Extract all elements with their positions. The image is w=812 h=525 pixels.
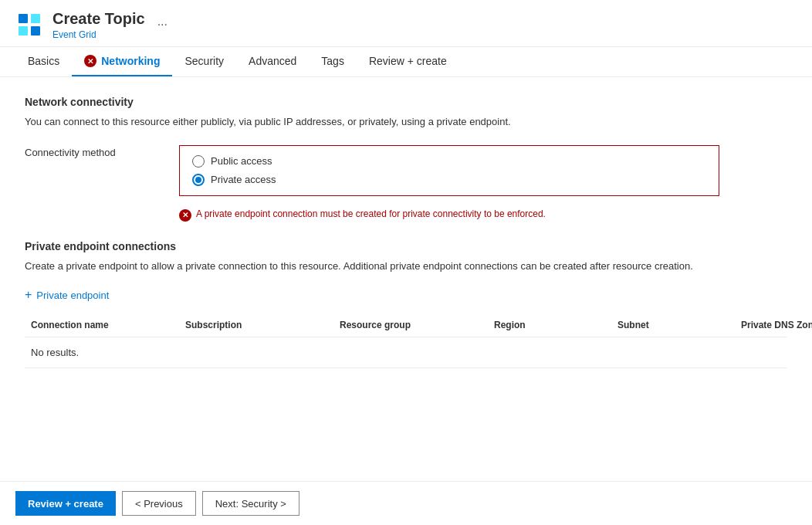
svg-rect-0 (19, 14, 28, 23)
tab-security-label: Security (184, 55, 224, 67)
svg-rect-2 (19, 26, 28, 36)
more-options-button[interactable]: ··· (157, 18, 167, 32)
tab-tags-label: Tags (321, 55, 344, 67)
add-private-endpoint-button[interactable]: + Private endpoint (25, 289, 109, 301)
add-endpoint-label: Private endpoint (36, 290, 109, 301)
tab-basics[interactable]: Basics (15, 47, 72, 76)
header-text: Create Topic Event Grid (52, 9, 145, 40)
plus-icon: + (25, 289, 32, 301)
event-grid-icon (15, 11, 43, 39)
page-header: Create Topic Event Grid ··· (0, 0, 812, 47)
col-region: Region (488, 320, 611, 330)
connectivity-error-message: ✕ A private endpoint connection must be … (179, 208, 787, 222)
private-endpoint-description: Create a private endpoint to allow a pri… (25, 259, 787, 274)
footer: Review + create < Previous Next: Securit… (0, 481, 812, 525)
network-connectivity-section: Network connectivity You can connect to … (25, 96, 787, 222)
tab-tags[interactable]: Tags (309, 47, 357, 76)
tabs-bar: Basics ✕ Networking Security Advanced Ta… (0, 47, 812, 77)
table-body: No results. (25, 337, 787, 368)
networking-error-icon: ✕ (84, 55, 96, 67)
previous-button[interactable]: < Previous (122, 491, 196, 516)
tab-security[interactable]: Security (172, 47, 236, 76)
private-access-option[interactable]: Private access (192, 174, 706, 186)
col-subnet: Subnet (611, 320, 735, 330)
public-access-label: Public access (211, 155, 272, 167)
tab-review-create-label: Review + create (369, 55, 447, 67)
col-connection-name: Connection name (25, 320, 179, 330)
private-endpoint-title: Private endpoint connections (25, 240, 787, 252)
connectivity-method-label: Connectivity method (25, 145, 148, 158)
table-empty-message: No results. (25, 337, 787, 368)
public-access-radio[interactable] (192, 155, 205, 168)
tab-networking[interactable]: ✕ Networking (72, 47, 172, 76)
network-connectivity-title: Network connectivity (25, 96, 787, 108)
connectivity-row: Connectivity method Public access Privat… (25, 145, 787, 196)
table-header: Connection name Subscription Resource gr… (25, 313, 787, 337)
review-create-button[interactable]: Review + create (15, 491, 116, 516)
connectivity-error-text: A private endpoint connection must be cr… (196, 208, 546, 219)
connectivity-options-box: Public access Private access (179, 145, 719, 196)
tab-review-create[interactable]: Review + create (357, 47, 459, 76)
tab-advanced[interactable]: Advanced (236, 47, 309, 76)
private-access-radio[interactable] (192, 174, 205, 186)
tab-advanced-label: Advanced (249, 55, 296, 67)
private-endpoint-section: Private endpoint connections Create a pr… (25, 240, 787, 369)
svg-rect-1 (31, 14, 40, 23)
endpoints-table: Connection name Subscription Resource gr… (25, 313, 787, 368)
col-resource-group: Resource group (333, 320, 488, 330)
main-content: Network connectivity You can connect to … (0, 77, 812, 481)
network-connectivity-description: You can connect to this resource either … (25, 114, 787, 130)
page-subtitle: Event Grid (52, 29, 145, 40)
page-title: Create Topic (52, 9, 145, 28)
svg-rect-3 (31, 26, 40, 36)
private-access-label: Private access (211, 174, 276, 185)
col-dns-zone: Private DNS Zone (735, 320, 812, 330)
tab-basics-label: Basics (28, 55, 59, 67)
connectivity-error-icon: ✕ (179, 209, 191, 222)
public-access-option[interactable]: Public access (192, 155, 706, 168)
tab-networking-label: Networking (101, 55, 160, 67)
col-subscription: Subscription (179, 320, 333, 330)
next-security-button[interactable]: Next: Security > (202, 491, 299, 516)
